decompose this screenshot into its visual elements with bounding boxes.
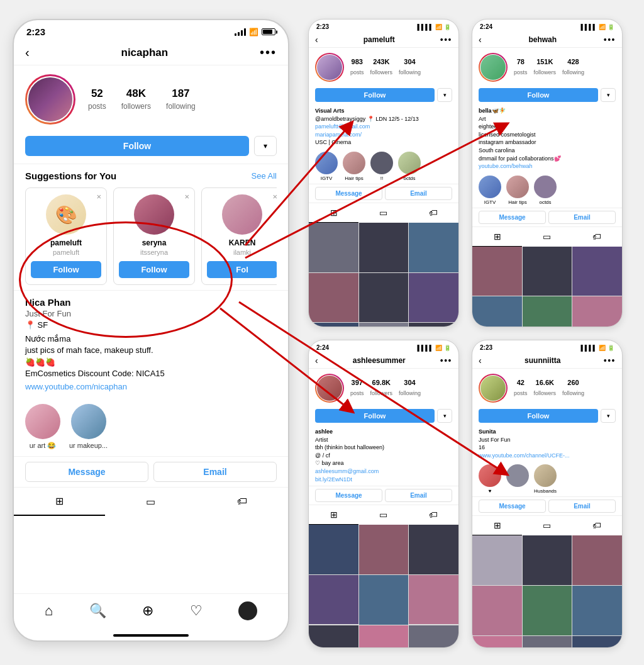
photo-9[interactable] [409, 323, 458, 327]
photo-b6[interactable] [572, 296, 622, 327]
photo-d2[interactable] [523, 535, 572, 585]
sm-tab-tag-2[interactable]: 🏷 [572, 227, 622, 247]
sm-more-2[interactable]: ••• [604, 35, 616, 45]
sm-bio-link-3[interactable]: ashleesumm@gmail.com [315, 467, 452, 476]
sm-hl-1d[interactable]: octds [398, 152, 421, 181]
sm-bio-link-1[interactable]: pameluftt@gmail.com [315, 123, 452, 131]
sm-more-3[interactable]: ••• [440, 355, 452, 366]
sm-hl-2c[interactable]: octds [534, 176, 557, 205]
photo-c9[interactable] [409, 625, 458, 649]
sm-follow-btn-1[interactable]: Follow [315, 88, 435, 102]
sm-email-btn-4[interactable]: Email [548, 500, 616, 513]
sm-tab-reel-2[interactable]: ▭ [522, 227, 572, 247]
photo-d4[interactable] [472, 586, 522, 635]
photo-c1[interactable] [309, 525, 358, 574]
sm-hl-4b[interactable] [506, 464, 529, 494]
sm-dropdown-btn-3[interactable]: ▾ [437, 409, 452, 423]
photo-b4[interactable] [472, 296, 522, 327]
sm-bio-link-4[interactable]: www.youtube.com/channel/UCFE-... [479, 452, 616, 460]
close-suggestion-1[interactable]: × [96, 192, 101, 201]
follow-suggestion-1[interactable]: Follow [31, 261, 101, 278]
search-nav-icon[interactable]: 🔍 [89, 603, 106, 619]
sm-bio-link2-1[interactable]: mariapamela.com/ [315, 131, 452, 139]
more-button[interactable]: ••• [260, 45, 277, 60]
sm-bio-link-2[interactable]: youtube.com/behwah [479, 162, 616, 170]
sm-avatar-3[interactable] [315, 374, 344, 403]
sm-tab-reel-3[interactable]: ▭ [358, 505, 408, 525]
photo-d7[interactable] [472, 636, 522, 648]
followers-stat[interactable]: 48K followers [121, 87, 151, 111]
message-button[interactable]: Message [25, 462, 148, 482]
photo-d8[interactable] [523, 636, 572, 648]
photo-7[interactable] [309, 323, 358, 327]
sm-dropdown-btn-2[interactable]: ▾ [601, 88, 616, 102]
sm-tab-grid-1[interactable]: ⊞ [309, 203, 358, 223]
photo-c2[interactable] [359, 525, 409, 574]
photo-b1[interactable] [472, 247, 522, 296]
avatar[interactable] [27, 76, 74, 123]
sm-more-4[interactable]: ••• [604, 355, 616, 366]
heart-nav-icon[interactable]: ♡ [190, 603, 203, 619]
photo-d1[interactable] [472, 535, 522, 585]
close-suggestion-2[interactable]: × [184, 192, 189, 201]
sm-email-btn-3[interactable]: Email [385, 489, 452, 502]
add-nav-icon[interactable]: ⊕ [142, 603, 153, 619]
tab-reel[interactable]: ▭ [105, 488, 196, 516]
photo-b3[interactable] [572, 247, 622, 296]
photo-d9[interactable] [572, 636, 622, 648]
sm-tab-tag-3[interactable]: 🏷 [409, 505, 458, 525]
photo-c7[interactable] [309, 625, 358, 649]
sm-message-btn-1[interactable]: Message [315, 187, 382, 200]
photo-c3[interactable] [409, 525, 458, 574]
sm-tab-reel-1[interactable]: ▭ [358, 203, 408, 223]
sm-message-btn-2[interactable]: Message [479, 211, 546, 224]
sm-tab-tag-1[interactable]: 🏷 [409, 203, 458, 223]
photo-b2[interactable] [523, 247, 572, 296]
see-all-link[interactable]: See All [252, 171, 277, 181]
sm-tab-tag-4[interactable]: 🏷 [572, 516, 622, 535]
sm-dropdown-btn-4[interactable]: ▾ [601, 409, 616, 423]
tab-tag[interactable]: 🏷 [197, 488, 288, 516]
sm-message-btn-4[interactable]: Message [479, 500, 546, 513]
photo-3[interactable] [409, 223, 458, 272]
sm-message-btn-3[interactable]: Message [315, 489, 382, 502]
sm-email-btn-2[interactable]: Email [548, 211, 616, 224]
sm-hl-1a[interactable]: IGTV [315, 152, 338, 181]
sm-follow-btn-3[interactable]: Follow [315, 409, 435, 423]
follow-button[interactable]: Follow [25, 136, 249, 156]
photo-c8[interactable] [359, 625, 409, 649]
sm-tab-grid-2[interactable]: ⊞ [472, 227, 522, 247]
sm-back-3[interactable]: ‹ [315, 355, 318, 366]
sm-more-1[interactable]: ••• [440, 35, 452, 45]
photo-6[interactable] [409, 273, 458, 323]
sm-hl-1b[interactable]: Hair tips [343, 152, 365, 181]
sm-avatar-2[interactable] [479, 53, 508, 82]
sm-avatar-4[interactable] [479, 374, 508, 403]
sm-follow-btn-2[interactable]: Follow [479, 88, 598, 102]
sm-tab-grid-3[interactable]: ⊞ [309, 505, 358, 525]
sm-tab-grid-4[interactable]: ⊞ [472, 516, 522, 535]
sm-hl-2b[interactable]: Hair tips [506, 176, 529, 205]
sm-back-4[interactable]: ‹ [479, 355, 482, 366]
photo-c6[interactable] [409, 575, 458, 625]
email-button[interactable]: Email [153, 462, 277, 482]
sm-follow-btn-4[interactable]: Follow [479, 409, 598, 423]
photo-d5[interactable] [523, 586, 572, 635]
sm-avatar-1[interactable] [315, 53, 344, 82]
sm-dropdown-btn-1[interactable]: ▾ [437, 88, 452, 102]
highlight-1[interactable]: ur art 😂 [25, 404, 60, 450]
photo-4[interactable] [309, 273, 358, 323]
photo-c4[interactable] [309, 575, 358, 625]
photo-c5[interactable] [359, 575, 409, 625]
sm-bio-link2-3[interactable]: bit.ly/2EwN1Dt [315, 476, 452, 484]
photo-d6[interactable] [572, 586, 622, 635]
follow-suggestion-2[interactable]: Follow [119, 261, 189, 278]
close-suggestion-3[interactable]: × [272, 192, 277, 201]
sm-hl-2a[interactable]: IGTV [479, 176, 501, 205]
follow-dropdown-button[interactable]: ▾ [254, 136, 277, 156]
bio-link[interactable]: www.youtube.com/nicaphan [25, 382, 277, 391]
photo-1[interactable] [309, 223, 358, 272]
photo-5[interactable] [359, 273, 409, 323]
sm-hl-1c[interactable]: !! [370, 152, 393, 181]
sm-email-btn-1[interactable]: Email [385, 187, 452, 200]
